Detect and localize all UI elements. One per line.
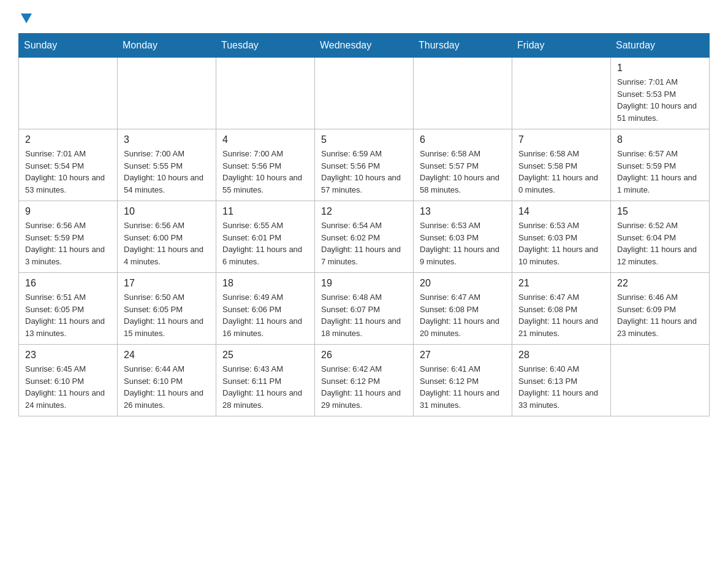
day-number: 27 <box>420 350 506 361</box>
day-number: 9 <box>25 206 111 217</box>
day-number: 5 <box>321 134 407 145</box>
calendar-cell: 7Sunrise: 6:58 AMSunset: 5:58 PMDaylight… <box>512 129 611 201</box>
week-row-2: 9Sunrise: 6:56 AMSunset: 5:59 PMDaylight… <box>19 201 710 273</box>
calendar-cell: 26Sunrise: 6:42 AMSunset: 6:12 PMDayligh… <box>315 345 414 416</box>
day-info: Sunrise: 6:58 AMSunset: 5:57 PMDaylight:… <box>420 148 506 196</box>
logo-triangle-icon <box>20 11 33 25</box>
day-info: Sunrise: 6:42 AMSunset: 6:12 PMDaylight:… <box>321 363 407 411</box>
day-info: Sunrise: 6:50 AMSunset: 6:05 PMDaylight:… <box>124 291 210 339</box>
day-headers-row: Sunday Monday Tuesday Wednesday Thursday… <box>19 34 710 58</box>
day-number: 1 <box>617 63 703 74</box>
day-number: 3 <box>124 134 210 145</box>
calendar-cell: 27Sunrise: 6:41 AMSunset: 6:12 PMDayligh… <box>414 345 512 416</box>
day-number: 12 <box>321 206 407 217</box>
calendar-cell <box>118 58 216 129</box>
calendar-cell: 9Sunrise: 6:56 AMSunset: 5:59 PMDaylight… <box>19 201 118 273</box>
day-number: 24 <box>124 350 210 361</box>
header-sunday: Sunday <box>19 34 118 58</box>
day-number: 2 <box>25 134 111 145</box>
day-info: Sunrise: 6:49 AMSunset: 6:06 PMDaylight:… <box>222 291 308 339</box>
calendar-cell: 13Sunrise: 6:53 AMSunset: 6:03 PMDayligh… <box>414 201 512 273</box>
day-info: Sunrise: 6:53 AMSunset: 6:03 PMDaylight:… <box>518 220 604 267</box>
calendar-cell: 15Sunrise: 6:52 AMSunset: 6:04 PMDayligh… <box>611 201 710 273</box>
calendar-cell: 4Sunrise: 7:00 AMSunset: 5:56 PMDaylight… <box>216 129 315 201</box>
day-info: Sunrise: 7:00 AMSunset: 5:55 PMDaylight:… <box>124 148 210 196</box>
page-header <box>18 12 710 21</box>
day-info: Sunrise: 6:47 AMSunset: 6:08 PMDaylight:… <box>518 291 604 339</box>
calendar-cell <box>512 58 611 129</box>
day-info: Sunrise: 6:48 AMSunset: 6:07 PMDaylight:… <box>321 291 407 339</box>
day-info: Sunrise: 6:47 AMSunset: 6:08 PMDaylight:… <box>420 291 506 339</box>
day-number: 19 <box>321 278 407 289</box>
day-number: 4 <box>222 134 308 145</box>
calendar-table: Sunday Monday Tuesday Wednesday Thursday… <box>18 33 710 416</box>
calendar-cell <box>611 345 710 416</box>
day-info: Sunrise: 6:44 AMSunset: 6:10 PMDaylight:… <box>124 363 210 411</box>
calendar-cell: 24Sunrise: 6:44 AMSunset: 6:10 PMDayligh… <box>118 345 216 416</box>
calendar-cell: 5Sunrise: 6:59 AMSunset: 5:56 PMDaylight… <box>315 129 414 201</box>
day-info: Sunrise: 6:59 AMSunset: 5:56 PMDaylight:… <box>321 148 407 196</box>
header-monday: Monday <box>118 34 216 58</box>
day-number: 22 <box>617 278 703 289</box>
day-info: Sunrise: 6:41 AMSunset: 6:12 PMDaylight:… <box>420 363 506 411</box>
day-info: Sunrise: 6:52 AMSunset: 6:04 PMDaylight:… <box>617 220 703 267</box>
calendar-cell: 12Sunrise: 6:54 AMSunset: 6:02 PMDayligh… <box>315 201 414 273</box>
calendar-cell: 8Sunrise: 6:57 AMSunset: 5:59 PMDaylight… <box>611 129 710 201</box>
header-saturday: Saturday <box>611 34 710 58</box>
week-row-0: 1Sunrise: 7:01 AMSunset: 5:53 PMDaylight… <box>19 58 710 129</box>
svg-marker-0 <box>21 13 32 23</box>
day-number: 14 <box>518 206 604 217</box>
calendar-cell: 17Sunrise: 6:50 AMSunset: 6:05 PMDayligh… <box>118 273 216 345</box>
calendar-cell: 16Sunrise: 6:51 AMSunset: 6:05 PMDayligh… <box>19 273 118 345</box>
logo <box>18 12 33 21</box>
calendar-cell: 23Sunrise: 6:45 AMSunset: 6:10 PMDayligh… <box>19 345 118 416</box>
calendar-cell: 25Sunrise: 6:43 AMSunset: 6:11 PMDayligh… <box>216 345 315 416</box>
header-friday: Friday <box>512 34 611 58</box>
calendar-cell: 22Sunrise: 6:46 AMSunset: 6:09 PMDayligh… <box>611 273 710 345</box>
day-info: Sunrise: 6:51 AMSunset: 6:05 PMDaylight:… <box>25 291 111 339</box>
day-info: Sunrise: 6:58 AMSunset: 5:58 PMDaylight:… <box>518 148 604 196</box>
day-number: 18 <box>222 278 308 289</box>
calendar-cell: 19Sunrise: 6:48 AMSunset: 6:07 PMDayligh… <box>315 273 414 345</box>
day-number: 11 <box>222 206 308 217</box>
day-number: 15 <box>617 206 703 217</box>
day-info: Sunrise: 6:40 AMSunset: 6:13 PMDaylight:… <box>518 363 604 411</box>
calendar-cell: 14Sunrise: 6:53 AMSunset: 6:03 PMDayligh… <box>512 201 611 273</box>
week-row-4: 23Sunrise: 6:45 AMSunset: 6:10 PMDayligh… <box>19 345 710 416</box>
day-info: Sunrise: 7:01 AMSunset: 5:54 PMDaylight:… <box>25 148 111 196</box>
day-info: Sunrise: 6:54 AMSunset: 6:02 PMDaylight:… <box>321 220 407 267</box>
week-row-1: 2Sunrise: 7:01 AMSunset: 5:54 PMDaylight… <box>19 129 710 201</box>
day-number: 28 <box>518 350 604 361</box>
day-info: Sunrise: 6:56 AMSunset: 5:59 PMDaylight:… <box>25 220 111 267</box>
calendar-cell: 11Sunrise: 6:55 AMSunset: 6:01 PMDayligh… <box>216 201 315 273</box>
header-thursday: Thursday <box>414 34 512 58</box>
day-info: Sunrise: 6:53 AMSunset: 6:03 PMDaylight:… <box>420 220 506 267</box>
day-info: Sunrise: 7:01 AMSunset: 5:53 PMDaylight:… <box>617 76 703 124</box>
calendar-cell: 21Sunrise: 6:47 AMSunset: 6:08 PMDayligh… <box>512 273 611 345</box>
day-number: 6 <box>420 134 506 145</box>
day-info: Sunrise: 6:43 AMSunset: 6:11 PMDaylight:… <box>222 363 308 411</box>
calendar-cell: 20Sunrise: 6:47 AMSunset: 6:08 PMDayligh… <box>414 273 512 345</box>
calendar-cell <box>216 58 315 129</box>
calendar-cell <box>315 58 414 129</box>
calendar-cell: 2Sunrise: 7:01 AMSunset: 5:54 PMDaylight… <box>19 129 118 201</box>
day-number: 16 <box>25 278 111 289</box>
day-number: 17 <box>124 278 210 289</box>
day-number: 23 <box>25 350 111 361</box>
day-info: Sunrise: 6:56 AMSunset: 6:00 PMDaylight:… <box>124 220 210 267</box>
header-tuesday: Tuesday <box>216 34 315 58</box>
day-info: Sunrise: 6:46 AMSunset: 6:09 PMDaylight:… <box>617 291 703 339</box>
calendar-cell: 18Sunrise: 6:49 AMSunset: 6:06 PMDayligh… <box>216 273 315 345</box>
day-number: 10 <box>124 206 210 217</box>
calendar-cell <box>19 58 118 129</box>
day-number: 20 <box>420 278 506 289</box>
day-info: Sunrise: 6:45 AMSunset: 6:10 PMDaylight:… <box>25 363 111 411</box>
day-number: 26 <box>321 350 407 361</box>
calendar-cell: 6Sunrise: 6:58 AMSunset: 5:57 PMDaylight… <box>414 129 512 201</box>
day-info: Sunrise: 7:00 AMSunset: 5:56 PMDaylight:… <box>222 148 308 196</box>
calendar-cell <box>414 58 512 129</box>
day-number: 8 <box>617 134 703 145</box>
calendar-cell: 1Sunrise: 7:01 AMSunset: 5:53 PMDaylight… <box>611 58 710 129</box>
day-info: Sunrise: 6:57 AMSunset: 5:59 PMDaylight:… <box>617 148 703 196</box>
day-number: 7 <box>518 134 604 145</box>
